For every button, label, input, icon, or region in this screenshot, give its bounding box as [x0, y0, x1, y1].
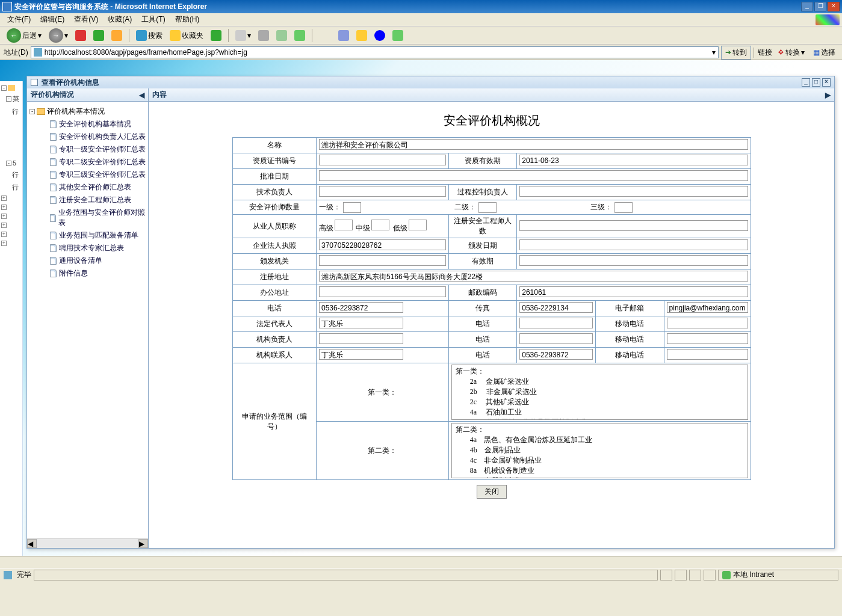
tree-root[interactable]: - 评价机构基本情况 — [29, 105, 146, 118]
field-office-addr[interactable] — [319, 286, 446, 297]
close-form-button[interactable]: 关闭 — [477, 485, 507, 499]
content-panel: 内容 ▶ 安全评价机构概况 名称 潍坊祥和安全评价有限公司 资质证书编号 资质有 — [149, 88, 834, 548]
scope1-list[interactable]: 第一类： 2a 金属矿采选业 2b 非金属矿采选业 2c 其他矿采选业 4a 石… — [451, 365, 748, 420]
label-cat2: 第二类： — [316, 422, 448, 480]
collapse-icon[interactable]: - — [29, 109, 35, 114]
tree-item-7[interactable]: 业务范围与安全评价师对照表 — [29, 206, 146, 229]
field-cert-no[interactable] — [319, 155, 446, 165]
favorites-button[interactable]: 收藏夹 — [167, 28, 206, 43]
messenger-button[interactable] — [389, 28, 406, 43]
modal-maximize-button[interactable]: □ — [812, 78, 820, 87]
collapse-left-icon[interactable]: ◀ — [139, 91, 144, 99]
org-tree: - 评价机构基本情况 安全评价机构基本情况安全评价机构负责人汇总表专职一级安全评… — [27, 102, 148, 538]
refresh-button[interactable] — [90, 28, 107, 43]
field-senior[interactable] — [335, 220, 353, 230]
field-contact[interactable]: 丁兆乐 — [319, 349, 403, 360]
field-legal-phone[interactable] — [519, 318, 593, 328]
dropdown-icon[interactable]: ▾ — [712, 48, 716, 57]
bluetooth-button[interactable] — [371, 28, 388, 43]
tree-item-8[interactable]: 业务范围与匹配装备清单 — [29, 229, 146, 242]
field-org-lead[interactable] — [319, 333, 403, 344]
go-button[interactable]: ➔转到 — [721, 46, 751, 60]
field-biz-license[interactable]: 370705228028762 — [319, 239, 446, 250]
separator — [129, 29, 129, 42]
field-contact-phone[interactable]: 0536-2293872 — [519, 349, 593, 360]
document-icon — [50, 196, 57, 204]
field-proc-lead[interactable] — [519, 186, 748, 197]
field-legal-mobile[interactable] — [667, 318, 748, 328]
links-label[interactable]: 链接 — [754, 48, 772, 58]
field-name[interactable]: 潍坊祥和安全评价有限公司 — [319, 139, 748, 150]
select-button[interactable]: ▦ 选择 — [810, 46, 838, 60]
close-window-button[interactable]: × — [828, 2, 840, 11]
back-button[interactable]: ←后退 ▾ — [4, 26, 45, 45]
modal-close-button[interactable]: × — [822, 78, 831, 87]
field-fax[interactable]: 0536-2229134 — [519, 302, 593, 313]
discuss-button[interactable] — [291, 28, 308, 43]
document-icon — [50, 158, 57, 166]
field-reg-addr[interactable]: 潍坊高新区东风东街5166号天马国际商务大厦22楼 — [319, 271, 748, 282]
tree-item-4[interactable]: 专职三级安全评价师汇总表 — [29, 168, 146, 181]
menu-tools[interactable]: 工具(T) — [137, 13, 170, 26]
tree-item-0[interactable]: 安全评价机构基本情况 — [29, 118, 146, 131]
print-button[interactable] — [255, 28, 272, 43]
field-approve-date[interactable] — [319, 170, 748, 181]
field-cert-exp[interactable]: 2011-06-23 — [519, 155, 748, 165]
field-issue-org[interactable] — [319, 255, 446, 266]
field-postcode[interactable]: 261061 — [519, 286, 748, 297]
switch-button[interactable]: ❖ 转换 ▾ — [775, 46, 808, 60]
field-legal-rep[interactable]: 丁兆乐 — [319, 318, 403, 328]
field-reg-eng[interactable] — [519, 220, 748, 231]
tree-item-1[interactable]: 安全评价机构负责人汇总表 — [29, 131, 146, 143]
label-appraiser-count: 安全评价师数量 — [232, 200, 316, 215]
field-issue-date[interactable] — [519, 239, 748, 250]
menu-help[interactable]: 帮助(H) — [170, 13, 205, 26]
label-phone: 电话 — [232, 301, 316, 316]
ext1-button[interactable] — [335, 28, 352, 43]
tree-h-scrollbar[interactable]: ◀▶ — [27, 538, 148, 548]
field-lvl3[interactable] — [614, 202, 633, 213]
tree-item-10[interactable]: 通用设备清单 — [29, 254, 146, 267]
stop-button[interactable] — [72, 28, 89, 43]
restore-button[interactable]: ❐ — [814, 2, 826, 11]
tree-item-5[interactable]: 其他安全评价师汇总表 — [29, 181, 146, 194]
menu-view[interactable]: 查看(V) — [69, 13, 103, 26]
home-button[interactable] — [108, 28, 125, 43]
field-tech-lead[interactable] — [319, 186, 446, 197]
ext2-button[interactable] — [353, 28, 370, 43]
tree-item-9[interactable]: 聘用技术专家汇总表 — [29, 242, 146, 254]
field-email[interactable]: pingjia@wfhexiang.com — [667, 302, 748, 313]
field-mid[interactable] — [371, 220, 389, 230]
modal-minimize-button[interactable]: _ — [802, 78, 810, 87]
form-title: 安全评价机构概况 — [149, 106, 834, 137]
address-label: 地址(D) — [4, 48, 28, 58]
tree-item-6[interactable]: 注册安全工程师汇总表 — [29, 194, 146, 206]
field-lvl2[interactable] — [478, 202, 497, 213]
document-icon — [50, 183, 57, 191]
search-button[interactable]: 搜索 — [133, 28, 166, 43]
scope2-list[interactable]: 第二类： 4a 黑色、有色金属冶炼及压延加工业 4b 金属制品业 4c 非金属矿… — [451, 423, 748, 478]
field-contact-mobile[interactable] — [667, 349, 748, 360]
field-lvl1[interactable] — [343, 202, 361, 213]
tree-item-3[interactable]: 专职二级安全评价师汇总表 — [29, 156, 146, 168]
tree-item-11[interactable]: 附件信息 — [29, 267, 146, 280]
edit-button[interactable] — [273, 28, 290, 43]
field-org-phone[interactable] — [519, 333, 593, 344]
mail-button[interactable]: ▾ — [232, 28, 254, 43]
address-input[interactable]: http://localhost:8080/aqpj/pages/frame/h… — [31, 46, 719, 58]
bluetooth-icon — [374, 30, 385, 41]
field-phone[interactable]: 0536-2293872 — [319, 302, 403, 313]
forward-button[interactable]: → ▾ — [46, 26, 71, 45]
label-biz-license: 企业法人执照 — [232, 238, 316, 254]
field-junior[interactable] — [409, 220, 427, 230]
tree-item-2[interactable]: 专职一级安全评价师汇总表 — [29, 143, 146, 156]
expand-right-icon[interactable]: ▶ — [825, 91, 831, 99]
field-org-mobile[interactable] — [667, 333, 748, 344]
minimize-button[interactable]: _ — [801, 2, 813, 11]
field-valid-to[interactable] — [519, 255, 748, 266]
tree-item-label: 安全评价机构基本情况 — [59, 119, 131, 129]
history-button[interactable] — [208, 28, 224, 43]
menu-file[interactable]: 文件(F) — [2, 13, 36, 26]
menu-edit[interactable]: 编辑(E) — [36, 13, 69, 26]
menu-favorites[interactable]: 收藏(A) — [103, 13, 137, 26]
